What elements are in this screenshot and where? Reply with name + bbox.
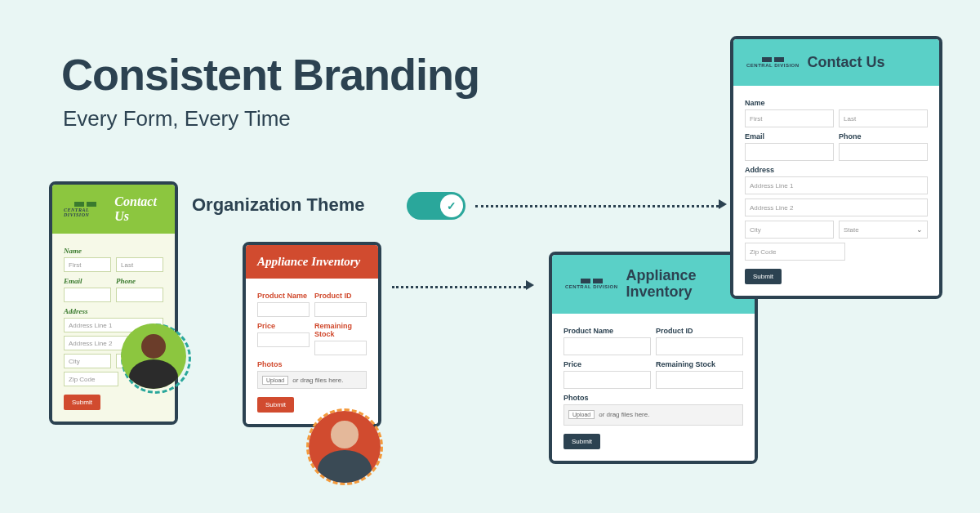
submit-button[interactable]: Submit xyxy=(564,434,600,449)
toggle-knob: ✓ xyxy=(440,194,463,217)
upload-button[interactable]: Upload xyxy=(262,376,288,385)
form-contact-teal: CENTRAL DIVISION Contact Us Name First L… xyxy=(730,36,942,299)
brand-logo-icon: CENTRAL DIVISION xyxy=(746,57,800,68)
email-input[interactable] xyxy=(745,143,834,161)
brand-logo-icon: CENTRAL DIVISION xyxy=(565,279,618,289)
last-name-input[interactable]: Last xyxy=(116,257,163,272)
arrowhead-icon xyxy=(526,280,534,290)
address2-input[interactable]: Address Line 2 xyxy=(745,199,928,216)
field-label: Phone xyxy=(116,277,163,285)
org-theme-label: Organization Theme xyxy=(192,194,364,216)
field-label: Photos xyxy=(257,360,367,368)
field-label: Product Name xyxy=(257,292,310,300)
form-title: Contact Us xyxy=(114,194,163,224)
upload-button[interactable]: Upload xyxy=(568,410,595,419)
form-title: Contact Us xyxy=(808,54,885,71)
check-icon: ✓ xyxy=(447,199,457,212)
field-label: Name xyxy=(64,247,163,255)
zip-input[interactable]: Zip Code xyxy=(64,372,118,386)
field-label: Email xyxy=(64,277,111,285)
state-select[interactable]: State⌄ xyxy=(839,221,928,239)
address1-input[interactable]: Address Line 1 xyxy=(745,176,928,194)
last-name-input[interactable]: Last xyxy=(839,109,928,127)
field-label: Remaining Stock xyxy=(314,322,367,338)
price-input[interactable] xyxy=(564,371,651,389)
product-id-input[interactable] xyxy=(656,337,743,355)
field-label: Email xyxy=(745,132,834,141)
chevron-down-icon: ⌄ xyxy=(916,225,923,234)
price-input[interactable] xyxy=(257,332,310,347)
field-label: Address xyxy=(745,166,928,174)
product-name-input[interactable] xyxy=(564,337,651,355)
photo-upload[interactable]: Upload or drag files here. xyxy=(564,404,743,426)
form-inventory-orange: Appliance Inventory Product Name Product… xyxy=(243,242,381,427)
product-name-input[interactable] xyxy=(257,302,310,317)
city-input[interactable]: City xyxy=(64,354,111,368)
email-input[interactable] xyxy=(64,288,111,302)
arrow-bottom xyxy=(392,286,526,288)
avatar xyxy=(121,323,186,389)
form-inventory-teal: CENTRAL DIVISION Appliance Inventory Pro… xyxy=(549,252,758,464)
phone-input[interactable] xyxy=(839,143,928,161)
brand-logo-icon: CENTRAL DIVISION xyxy=(64,202,106,217)
headline: Consistent Branding xyxy=(61,49,479,100)
stock-input[interactable] xyxy=(656,371,743,389)
submit-button[interactable]: Submit xyxy=(257,397,294,413)
field-label: Name xyxy=(745,99,928,107)
arrow-top xyxy=(475,205,719,207)
stock-input[interactable] xyxy=(314,341,367,355)
form-title: Appliance Inventory xyxy=(257,255,360,269)
field-label: Product Name xyxy=(564,327,651,335)
field-label: Remaining Stock xyxy=(656,360,743,368)
first-name-input[interactable]: First xyxy=(745,109,834,127)
field-label: Product ID xyxy=(656,327,743,335)
zip-input[interactable]: Zip Code xyxy=(745,243,845,261)
org-theme-toggle[interactable]: ✓ xyxy=(407,192,466,220)
city-input[interactable]: City xyxy=(745,221,834,239)
submit-button[interactable]: Submit xyxy=(64,395,100,410)
upload-hint: or drag files here. xyxy=(599,411,649,418)
upload-hint: or drag files here. xyxy=(292,377,343,384)
field-label: Photos xyxy=(564,394,743,402)
field-label: Phone xyxy=(839,132,928,141)
avatar xyxy=(309,411,381,483)
submit-button[interactable]: Submit xyxy=(745,269,782,284)
first-name-input[interactable]: First xyxy=(64,257,111,272)
field-label: Price xyxy=(257,322,310,330)
field-label: Price xyxy=(564,360,651,368)
field-label: Address xyxy=(64,307,163,315)
form-title: Appliance Inventory xyxy=(626,268,724,301)
subheadline: Every Form, Every Time xyxy=(63,106,291,132)
product-id-input[interactable] xyxy=(314,302,367,317)
phone-input[interactable] xyxy=(116,288,163,302)
photo-upload[interactable]: Upload or drag files here. xyxy=(257,371,367,389)
field-label: Product ID xyxy=(314,292,367,300)
arrowhead-icon xyxy=(719,199,727,209)
